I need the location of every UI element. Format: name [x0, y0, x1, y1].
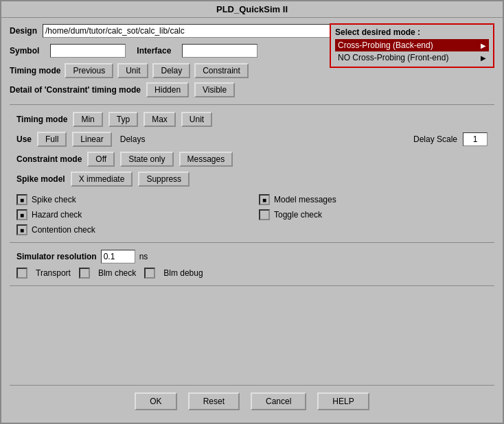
delay-scale-label: Delay Scale: [413, 134, 457, 144]
spike-check-wrapper: Spike check: [16, 194, 245, 205]
spike-model-label: Spike model: [16, 174, 65, 184]
inner-section: Timing mode Min Typ Max Unit Use Full Li…: [10, 112, 494, 235]
main-window: PLD_QuickSim II Design Navigator... Sele…: [0, 0, 504, 424]
timing-mode-previous-btn[interactable]: Previous: [65, 63, 113, 78]
mode-option-no-cross-probing-label: NO Cross-Probing (Front-end): [338, 53, 448, 62]
toggle-check-wrapper: Toggle check: [259, 209, 488, 220]
spike-model-row: Spike model X immediate Suppress: [16, 172, 488, 187]
hazard-check-label: Hazard check: [32, 210, 82, 220]
mode-option-cross-probing[interactable]: Cross-Probing (Back-end) ▶: [335, 39, 489, 51]
divider-1: [10, 104, 494, 105]
simulator-row: Simulator resolution ns: [10, 250, 494, 263]
checks-area: Spike check Hazard check Contention chec…: [16, 194, 488, 235]
transport-label: Transport: [36, 268, 71, 278]
checks-right-col: Model messages Toggle check: [259, 194, 488, 235]
help-button[interactable]: HELP: [317, 392, 369, 410]
constraint-messages-btn[interactable]: Messages: [179, 152, 233, 167]
hazard-check-wrapper: Hazard check: [16, 209, 245, 220]
delays-label: Delays: [120, 134, 146, 144]
blm-check-label: Blm check: [98, 268, 136, 278]
symbol-label: Symbol: [10, 46, 39, 56]
use-linear-btn[interactable]: Linear: [72, 132, 111, 147]
constraint-mode-label: Constraint mode: [16, 154, 82, 164]
blm-debug-checkbox[interactable]: [144, 268, 155, 279]
inner-timing-typ-btn[interactable]: Typ: [108, 112, 138, 127]
detail-row: Detail of 'Constraint' timing mode Hidde…: [10, 82, 494, 97]
interface-label: Interface: [137, 46, 171, 56]
design-label: Design: [10, 26, 37, 36]
mode-panel-container: Select desired mode : Cross-Probing (Bac…: [330, 23, 494, 68]
mode-option-no-cross-probing[interactable]: NO Cross-Probing (Front-end) ▶: [335, 51, 489, 64]
constraint-off-btn[interactable]: Off: [87, 152, 115, 167]
timing-mode-label: Timing mode: [10, 66, 60, 75]
spike-check-label: Spike check: [32, 195, 76, 204]
contention-check-wrapper: Contention check: [16, 224, 245, 235]
mode-arrow-1: ▶: [481, 42, 486, 49]
spike-suppress-btn[interactable]: Suppress: [138, 172, 190, 187]
reset-button[interactable]: Reset: [188, 392, 240, 410]
use-label: Use: [16, 134, 32, 144]
use-full-btn[interactable]: Full: [37, 132, 67, 147]
detail-hidden-btn[interactable]: Hidden: [146, 82, 189, 97]
cancel-button[interactable]: Cancel: [251, 392, 306, 410]
mode-panel: Select desired mode : Cross-Probing (Bac…: [330, 23, 494, 68]
timing-mode-constraint-btn[interactable]: Constraint: [194, 63, 249, 78]
inner-timing-unit-btn[interactable]: Unit: [181, 112, 212, 127]
constraint-mode-row: Constraint mode Off State only Messages: [16, 152, 488, 167]
spike-x-immediate-btn[interactable]: X immediate: [71, 172, 133, 187]
delay-scale-input[interactable]: [463, 132, 488, 146]
spike-check-checkbox[interactable]: [16, 194, 27, 205]
divider-2: [10, 242, 494, 243]
bottom-bar: OK Reset Cancel HELP: [10, 385, 494, 417]
mode-panel-label: Select desired mode :: [335, 27, 489, 37]
interface-input[interactable]: [182, 44, 257, 58]
inner-timing-max-btn[interactable]: Max: [144, 112, 176, 127]
ok-button[interactable]: OK: [135, 392, 176, 410]
mode-option-cross-probing-label: Cross-Probing (Back-end): [338, 40, 433, 50]
simulator-label: Simulator resolution: [16, 252, 97, 261]
timing-mode-delay-btn[interactable]: Delay: [152, 63, 190, 78]
contention-check-checkbox[interactable]: [16, 224, 27, 235]
detail-label: Detail of 'Constraint' timing mode: [10, 85, 141, 95]
inner-timing-mode-label: Timing mode: [16, 115, 67, 124]
title-bar: PLD_QuickSim II: [1, 1, 503, 18]
detail-visible-btn[interactable]: Visible: [194, 82, 235, 97]
model-messages-wrapper: Model messages: [259, 194, 488, 205]
blm-check-checkbox[interactable]: [79, 268, 90, 279]
simulator-unit: ns: [139, 252, 148, 261]
checks-left-col: Spike check Hazard check Contention chec…: [16, 194, 245, 235]
blm-debug-label: Blm debug: [163, 268, 203, 278]
transport-row: Transport Blm check Blm debug: [10, 268, 494, 279]
top-section: Design Navigator... Select desired mode …: [10, 23, 494, 97]
contention-check-label: Contention check: [32, 225, 95, 235]
model-messages-label: Model messages: [274, 195, 336, 204]
transport-checkbox[interactable]: [16, 268, 27, 279]
simulator-input[interactable]: [101, 250, 135, 263]
inner-timing-min-btn[interactable]: Min: [73, 112, 102, 127]
toggle-check-label: Toggle check: [274, 210, 322, 220]
mode-arrow-2: ▶: [481, 54, 486, 62]
hazard-check-checkbox[interactable]: [16, 209, 27, 220]
use-row: Use Full Linear Delays Delay Scale: [16, 132, 488, 147]
window-title: PLD_QuickSim II: [216, 4, 288, 14]
timing-mode-unit-btn[interactable]: Unit: [117, 63, 148, 78]
model-messages-checkbox[interactable]: [259, 194, 270, 205]
symbol-input[interactable]: [50, 44, 126, 58]
inner-timing-mode-row: Timing mode Min Typ Max Unit: [16, 112, 488, 127]
constraint-state-only-btn[interactable]: State only: [120, 152, 173, 167]
content-area: Design Navigator... Select desired mode …: [1, 18, 503, 423]
toggle-check-checkbox[interactable]: [259, 209, 270, 220]
divider-3: [10, 285, 494, 286]
